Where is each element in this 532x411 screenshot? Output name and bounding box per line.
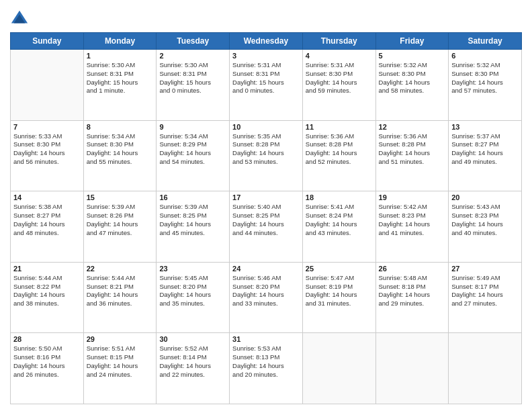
header bbox=[10, 7, 522, 28]
day-number: 4 bbox=[306, 52, 373, 60]
calendar-cell: 26Sunrise: 5:48 AM Sunset: 8:18 PM Dayli… bbox=[375, 262, 449, 333]
logo-icon bbox=[10, 9, 29, 28]
day-number: 21 bbox=[13, 265, 81, 273]
day-number: 15 bbox=[87, 193, 154, 201]
calendar-week-row: 21Sunrise: 5:44 AM Sunset: 8:22 PM Dayli… bbox=[11, 262, 522, 333]
day-number: 22 bbox=[87, 265, 154, 273]
calendar-cell bbox=[449, 333, 522, 404]
day-info: Sunrise: 5:52 AM Sunset: 8:14 PM Dayligh… bbox=[159, 345, 226, 379]
calendar-cell: 6Sunrise: 5:32 AM Sunset: 8:30 PM Daylig… bbox=[449, 50, 522, 121]
day-info: Sunrise: 5:30 AM Sunset: 8:31 PM Dayligh… bbox=[87, 61, 154, 95]
day-info: Sunrise: 5:50 AM Sunset: 8:16 PM Dayligh… bbox=[13, 345, 81, 379]
calendar-body: 1Sunrise: 5:30 AM Sunset: 8:31 PM Daylig… bbox=[11, 50, 522, 404]
day-number: 12 bbox=[379, 123, 446, 131]
day-info: Sunrise: 5:45 AM Sunset: 8:20 PM Dayligh… bbox=[159, 274, 226, 308]
day-info: Sunrise: 5:41 AM Sunset: 8:24 PM Dayligh… bbox=[306, 203, 373, 237]
day-number: 18 bbox=[306, 193, 373, 201]
day-info: Sunrise: 5:53 AM Sunset: 8:13 PM Dayligh… bbox=[232, 345, 300, 379]
calendar-cell: 24Sunrise: 5:46 AM Sunset: 8:20 PM Dayli… bbox=[230, 262, 303, 333]
day-info: Sunrise: 5:44 AM Sunset: 8:21 PM Dayligh… bbox=[87, 274, 154, 308]
calendar-cell: 31Sunrise: 5:53 AM Sunset: 8:13 PM Dayli… bbox=[230, 333, 303, 404]
day-info: Sunrise: 5:37 AM Sunset: 8:27 PM Dayligh… bbox=[451, 132, 519, 167]
day-number: 1 bbox=[87, 52, 154, 60]
calendar-cell: 21Sunrise: 5:44 AM Sunset: 8:22 PM Dayli… bbox=[11, 262, 84, 333]
calendar-cell: 22Sunrise: 5:44 AM Sunset: 8:21 PM Dayli… bbox=[83, 262, 157, 333]
day-number: 7 bbox=[13, 123, 81, 131]
day-info: Sunrise: 5:49 AM Sunset: 8:17 PM Dayligh… bbox=[451, 274, 519, 308]
calendar-cell: 9Sunrise: 5:34 AM Sunset: 8:29 PM Daylig… bbox=[157, 120, 230, 191]
day-of-week-header: Monday bbox=[83, 33, 157, 50]
calendar-cell: 16Sunrise: 5:39 AM Sunset: 8:25 PM Dayli… bbox=[157, 191, 230, 263]
calendar-cell: 3Sunrise: 5:31 AM Sunset: 8:31 PM Daylig… bbox=[230, 50, 303, 121]
day-info: Sunrise: 5:51 AM Sunset: 8:15 PM Dayligh… bbox=[87, 345, 154, 379]
day-info: Sunrise: 5:40 AM Sunset: 8:25 PM Dayligh… bbox=[232, 203, 300, 237]
day-of-week-header: Saturday bbox=[449, 33, 522, 50]
day-number: 20 bbox=[451, 193, 519, 201]
day-of-week-header: Wednesday bbox=[230, 33, 303, 50]
calendar-cell: 17Sunrise: 5:40 AM Sunset: 8:25 PM Dayli… bbox=[230, 191, 303, 263]
calendar-week-row: 1Sunrise: 5:30 AM Sunset: 8:31 PM Daylig… bbox=[11, 50, 522, 121]
day-info: Sunrise: 5:30 AM Sunset: 8:31 PM Dayligh… bbox=[159, 61, 226, 95]
day-info: Sunrise: 5:44 AM Sunset: 8:22 PM Dayligh… bbox=[13, 274, 81, 308]
calendar-week-row: 14Sunrise: 5:38 AM Sunset: 8:27 PM Dayli… bbox=[11, 191, 522, 263]
day-number: 19 bbox=[379, 193, 446, 201]
day-info: Sunrise: 5:43 AM Sunset: 8:23 PM Dayligh… bbox=[451, 203, 519, 237]
day-number: 26 bbox=[379, 265, 446, 273]
calendar-cell: 10Sunrise: 5:35 AM Sunset: 8:28 PM Dayli… bbox=[230, 120, 303, 191]
day-of-week-header: Friday bbox=[375, 33, 449, 50]
day-info: Sunrise: 5:34 AM Sunset: 8:29 PM Dayligh… bbox=[159, 132, 226, 167]
calendar-cell: 15Sunrise: 5:39 AM Sunset: 8:26 PM Dayli… bbox=[83, 191, 157, 263]
day-number: 28 bbox=[13, 335, 81, 343]
day-number: 2 bbox=[159, 52, 226, 60]
calendar-cell: 25Sunrise: 5:47 AM Sunset: 8:19 PM Dayli… bbox=[302, 262, 375, 333]
calendar-cell: 11Sunrise: 5:36 AM Sunset: 8:28 PM Dayli… bbox=[302, 120, 375, 191]
day-info: Sunrise: 5:38 AM Sunset: 8:27 PM Dayligh… bbox=[13, 203, 81, 237]
day-info: Sunrise: 5:39 AM Sunset: 8:25 PM Dayligh… bbox=[159, 203, 226, 237]
day-number: 3 bbox=[232, 52, 300, 60]
calendar-week-row: 28Sunrise: 5:50 AM Sunset: 8:16 PM Dayli… bbox=[11, 333, 522, 404]
calendar-cell: 5Sunrise: 5:32 AM Sunset: 8:30 PM Daylig… bbox=[375, 50, 449, 121]
calendar-cell: 28Sunrise: 5:50 AM Sunset: 8:16 PM Dayli… bbox=[11, 333, 84, 404]
calendar-cell: 29Sunrise: 5:51 AM Sunset: 8:15 PM Dayli… bbox=[83, 333, 157, 404]
logo bbox=[10, 7, 32, 28]
calendar-cell: 23Sunrise: 5:45 AM Sunset: 8:20 PM Dayli… bbox=[157, 262, 230, 333]
calendar-cell: 2Sunrise: 5:30 AM Sunset: 8:31 PM Daylig… bbox=[157, 50, 230, 121]
day-number: 31 bbox=[232, 335, 300, 343]
day-info: Sunrise: 5:36 AM Sunset: 8:28 PM Dayligh… bbox=[306, 132, 373, 167]
day-info: Sunrise: 5:36 AM Sunset: 8:28 PM Dayligh… bbox=[379, 132, 446, 167]
day-of-week-header: Thursday bbox=[302, 33, 375, 50]
day-number: 10 bbox=[232, 123, 300, 131]
calendar-cell bbox=[11, 50, 84, 121]
day-number: 24 bbox=[232, 265, 300, 273]
calendar-cell bbox=[375, 333, 449, 404]
calendar: SundayMondayTuesdayWednesdayThursdayFrid… bbox=[10, 32, 522, 404]
day-number: 11 bbox=[306, 123, 373, 131]
day-number: 5 bbox=[379, 52, 446, 60]
day-number: 30 bbox=[159, 335, 226, 343]
calendar-cell: 4Sunrise: 5:31 AM Sunset: 8:30 PM Daylig… bbox=[302, 50, 375, 121]
calendar-cell: 13Sunrise: 5:37 AM Sunset: 8:27 PM Dayli… bbox=[449, 120, 522, 191]
calendar-cell: 27Sunrise: 5:49 AM Sunset: 8:17 PM Dayli… bbox=[449, 262, 522, 333]
day-of-week-header: Sunday bbox=[11, 33, 84, 50]
calendar-cell: 7Sunrise: 5:33 AM Sunset: 8:30 PM Daylig… bbox=[11, 120, 84, 191]
calendar-cell: 18Sunrise: 5:41 AM Sunset: 8:24 PM Dayli… bbox=[302, 191, 375, 263]
calendar-header: SundayMondayTuesdayWednesdayThursdayFrid… bbox=[11, 33, 522, 50]
day-of-week-header: Tuesday bbox=[157, 33, 230, 50]
day-info: Sunrise: 5:31 AM Sunset: 8:31 PM Dayligh… bbox=[232, 61, 300, 95]
day-number: 9 bbox=[159, 123, 226, 131]
calendar-cell: 8Sunrise: 5:34 AM Sunset: 8:30 PM Daylig… bbox=[83, 120, 157, 191]
calendar-cell: 12Sunrise: 5:36 AM Sunset: 8:28 PM Dayli… bbox=[375, 120, 449, 191]
calendar-cell: 30Sunrise: 5:52 AM Sunset: 8:14 PM Dayli… bbox=[157, 333, 230, 404]
day-number: 17 bbox=[232, 193, 300, 201]
day-number: 25 bbox=[306, 265, 373, 273]
day-info: Sunrise: 5:33 AM Sunset: 8:30 PM Dayligh… bbox=[13, 132, 81, 167]
day-info: Sunrise: 5:39 AM Sunset: 8:26 PM Dayligh… bbox=[87, 203, 154, 237]
calendar-cell: 20Sunrise: 5:43 AM Sunset: 8:23 PM Dayli… bbox=[449, 191, 522, 263]
day-number: 8 bbox=[87, 123, 154, 131]
calendar-cell: 14Sunrise: 5:38 AM Sunset: 8:27 PM Dayli… bbox=[11, 191, 84, 263]
days-of-week-row: SundayMondayTuesdayWednesdayThursdayFrid… bbox=[11, 33, 522, 50]
day-number: 16 bbox=[159, 193, 226, 201]
day-number: 27 bbox=[451, 265, 519, 273]
day-info: Sunrise: 5:32 AM Sunset: 8:30 PM Dayligh… bbox=[379, 61, 446, 95]
day-number: 6 bbox=[451, 52, 519, 60]
